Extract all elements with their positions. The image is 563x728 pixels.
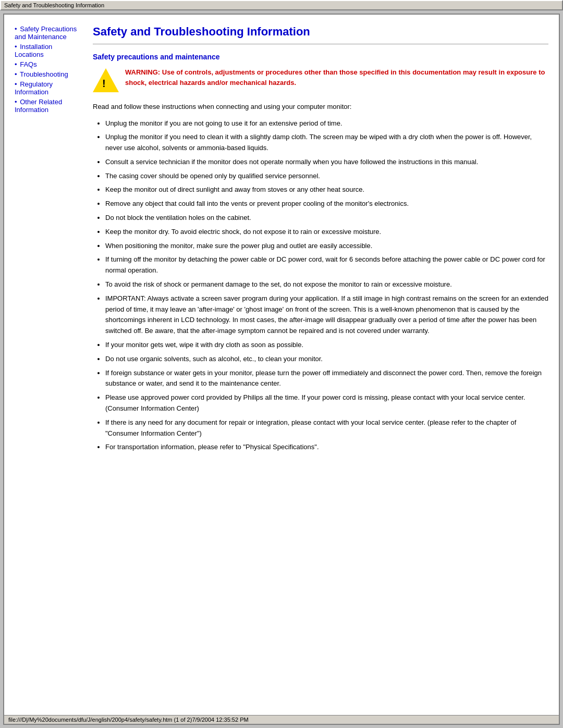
section-title: Safety precautions and maintenance bbox=[93, 53, 548, 61]
bullet-icon: • bbox=[15, 80, 17, 88]
main-content: Safety and Troubleshooting Information S… bbox=[88, 25, 548, 705]
sidebar-link-safety[interactable]: Safety Precautions and Maintenance bbox=[15, 25, 77, 41]
bullet-icon: • bbox=[15, 43, 17, 51]
warning-triangle-icon bbox=[93, 68, 119, 92]
bullet-icon: • bbox=[15, 98, 17, 106]
sidebar: • Safety Precautions and Maintenance • I… bbox=[15, 25, 88, 705]
list-item: Consult a service technician if the moni… bbox=[105, 157, 548, 168]
list-item: The casing cover should be opened only b… bbox=[105, 171, 548, 182]
sidebar-link-troubleshooting[interactable]: Troubleshooting bbox=[20, 70, 68, 78]
intro-text: Read and follow these instructions when … bbox=[93, 102, 548, 112]
sidebar-item-other[interactable]: • Other Related Information bbox=[15, 98, 82, 114]
list-item: Do not use organic solvents, such as alc… bbox=[105, 354, 548, 365]
sidebar-link-regulatory[interactable]: Regulatory Information bbox=[15, 80, 53, 96]
list-item: Unplug the monitor if you need to clean … bbox=[105, 132, 548, 154]
sidebar-link-other[interactable]: Other Related Information bbox=[15, 98, 62, 114]
list-item: To avoid the risk of shock or permanent … bbox=[105, 279, 548, 290]
sidebar-item-regulatory[interactable]: • Regulatory Information bbox=[15, 80, 82, 96]
browser-window: • Safety Precautions and Maintenance • I… bbox=[3, 14, 560, 725]
list-item: Unplug the monitor if you are not going … bbox=[105, 118, 548, 129]
list-item: If there is any need for any document fo… bbox=[105, 417, 548, 439]
status-bar: file:///D|/My%20documents/dfu/J/english/… bbox=[4, 715, 559, 724]
sidebar-item-installation[interactable]: • Installation Locations bbox=[15, 43, 82, 58]
sidebar-link-faqs[interactable]: FAQs bbox=[20, 60, 37, 68]
sidebar-item-faqs[interactable]: • FAQs bbox=[15, 60, 82, 68]
status-bar-text: file:///D|/My%20documents/dfu/J/english/… bbox=[8, 717, 249, 723]
title-bar-text: Safety and Troubleshooting Information bbox=[4, 2, 104, 8]
title-bar: Safety and Troubleshooting Information bbox=[0, 0, 563, 10]
bullet-icon: • bbox=[15, 60, 17, 68]
list-item: For transportation information, please r… bbox=[105, 442, 548, 453]
list-item: Keep the monitor dry. To avoid electric … bbox=[105, 227, 548, 238]
warning-box: WARNING: Use of controls, adjustments or… bbox=[93, 67, 548, 93]
bullet-icon: • bbox=[15, 25, 17, 33]
list-item: Remove any object that could fall into t… bbox=[105, 199, 548, 209]
list-item: If your monitor gets wet, wipe it with d… bbox=[105, 340, 548, 351]
page-content: • Safety Precautions and Maintenance • I… bbox=[4, 15, 559, 715]
bullet-list: Unplug the monitor if you are not going … bbox=[93, 118, 548, 453]
sidebar-item-safety[interactable]: • Safety Precautions and Maintenance bbox=[15, 25, 82, 41]
bullet-icon: • bbox=[15, 70, 17, 78]
title-divider bbox=[93, 44, 548, 44]
sidebar-item-troubleshooting[interactable]: • Troubleshooting bbox=[15, 70, 82, 78]
warning-text: WARNING: Use of controls, adjustments or… bbox=[125, 67, 548, 88]
list-item: IMPORTANT: Always activate a screen save… bbox=[105, 293, 548, 337]
list-item: Do not block the ventilation holes on th… bbox=[105, 213, 548, 224]
list-item: When positioning the monitor, make sure … bbox=[105, 241, 548, 252]
page-title: Safety and Troubleshooting Information bbox=[93, 25, 548, 39]
list-item: If turning off the monitor by detaching … bbox=[105, 254, 548, 276]
list-item: Keep the monitor out of direct sunlight … bbox=[105, 184, 548, 195]
sidebar-link-installation[interactable]: Installation Locations bbox=[15, 43, 52, 58]
warning-icon bbox=[93, 67, 119, 93]
list-item: Please use approved power cord provided … bbox=[105, 392, 548, 414]
list-item: If foreign substance or water gets in yo… bbox=[105, 368, 548, 390]
